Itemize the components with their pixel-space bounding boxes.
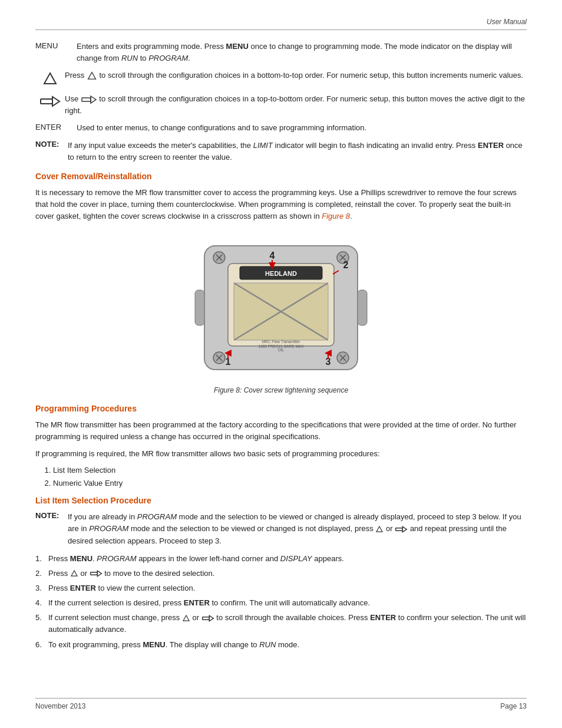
menu-key-row: MENU Enters and exits programming mode. … <box>35 41 527 64</box>
svg-text:HEDLAND: HEDLAND <box>265 270 297 277</box>
step-3-num: 3. <box>35 582 48 594</box>
menu-key-desc: Enters and exits programming mode. Press… <box>77 41 527 64</box>
svg-marker-43 <box>97 571 101 577</box>
enter-key-row: ENTER Used to enter menus, to change con… <box>35 122 527 134</box>
enter-key-label: ENTER <box>35 122 77 131</box>
figure-8-container: HEDLAND <box>35 234 527 394</box>
svg-rect-26 <box>358 290 367 325</box>
figure-8-caption: Figure 8: Cover screw tightening sequenc… <box>214 386 348 394</box>
svg-marker-41 <box>71 571 77 576</box>
programming-heading: Programming Procedures <box>35 404 527 413</box>
svg-marker-38 <box>376 526 382 532</box>
step-1: 1. Press MENU. PROGRAM appears in the lo… <box>35 553 527 565</box>
cover-heading: Cover Removal/Reinstallation <box>35 172 527 181</box>
svg-marker-46 <box>209 615 213 621</box>
menu-key-label: MENU <box>35 41 77 50</box>
list-item-note-label: NOTE: <box>35 511 68 520</box>
right-arrow-desc: Use to scroll through the configuration … <box>65 93 527 116</box>
up-arrow-row: Press to scroll through the configuratio… <box>35 70 527 87</box>
step-4: 4. If the current selection is desired, … <box>35 597 527 609</box>
cover-body: It is necessary to remove the MR flow tr… <box>35 187 527 222</box>
page: User Manual MENU Enters and exits progra… <box>0 0 562 728</box>
header: User Manual <box>35 18 527 30</box>
note-top-label: NOTE: <box>35 140 68 149</box>
svg-marker-40 <box>403 526 407 532</box>
note-top: NOTE: If any input value exceeds the met… <box>35 140 527 163</box>
svg-marker-0 <box>44 73 56 84</box>
step-2-num: 2. <box>35 568 48 579</box>
up-arrow-desc: Press to scroll through the configuratio… <box>65 70 527 81</box>
step-4-num: 4. <box>35 597 48 609</box>
svg-rect-25 <box>195 290 204 325</box>
step-6-num: 6. <box>35 639 48 651</box>
cover-section: Cover Removal/Reinstallation It is neces… <box>35 172 527 394</box>
svg-marker-1 <box>88 72 95 79</box>
svg-rect-42 <box>90 572 97 575</box>
step-3-text: Press ENTER to view the current selectio… <box>48 582 527 594</box>
list-item-note: NOTE: If you are already in PROGRAM mode… <box>35 511 527 546</box>
step-4-text: If the current selection is desired, pre… <box>48 597 527 609</box>
programming-list-item-1: List Item Selection <box>53 465 527 477</box>
step-2-text: Press or to move to the desired selectio… <box>48 568 527 579</box>
right-arrow-icon <box>35 93 65 108</box>
footer: November 2013 Page 13 <box>35 698 527 710</box>
svg-text:2: 2 <box>343 260 349 270</box>
svg-text:OIL: OIL <box>278 348 285 352</box>
programming-list-item-2: Numeric Value Entry <box>53 477 527 490</box>
step-2: 2. Press or to move to the desired selec… <box>35 568 527 579</box>
svg-rect-2 <box>41 99 52 104</box>
programming-list: List Item Selection Numeric Value Entry <box>53 465 527 490</box>
svg-marker-5 <box>91 96 96 103</box>
footer-left: November 2013 <box>35 702 85 710</box>
svg-rect-4 <box>82 98 91 101</box>
svg-marker-3 <box>52 97 59 106</box>
list-item-note-body: If you are already in PROGRAM mode and t… <box>68 511 527 546</box>
figure-8-image: HEDLAND <box>187 234 375 381</box>
svg-text:MRC Flow Transmitter: MRC Flow Transmitter <box>262 340 300 344</box>
svg-text:4: 4 <box>270 251 275 261</box>
list-item-heading: List Item Selection Procedure <box>35 496 527 505</box>
svg-rect-45 <box>202 617 209 620</box>
right-arrow-row: Use to scroll through the configuration … <box>35 93 527 116</box>
enter-key-desc: Used to enter menus, to change configura… <box>77 122 527 134</box>
step-5: 5. If current selection must change, pre… <box>35 612 527 635</box>
programming-section: Programming Procedures The MR flow trans… <box>35 404 527 490</box>
header-title: User Manual <box>487 18 527 26</box>
step-6-text: To exit programming, press MENU. The dis… <box>48 639 527 651</box>
svg-rect-39 <box>396 528 403 531</box>
step-1-num: 1. <box>35 553 48 565</box>
footer-right: Page 13 <box>500 702 527 710</box>
step-5-text: If current selection must change, press … <box>48 612 527 635</box>
step-6: 6. To exit programming, press MENU. The … <box>35 639 527 651</box>
programming-para1: The MR flow transmitter has been program… <box>35 419 527 443</box>
programming-para2: If programming is required, the MR flow … <box>35 448 527 460</box>
step-5-num: 5. <box>35 612 48 635</box>
svg-marker-44 <box>183 615 189 621</box>
up-arrow-icon <box>35 70 65 87</box>
list-item-section: List Item Selection Procedure NOTE: If y… <box>35 496 527 650</box>
step-1-text: Press MENU. PROGRAM appears in the lower… <box>48 553 527 565</box>
step-3: 3. Press ENTER to view the current selec… <box>35 582 527 594</box>
key-table: MENU Enters and exits programming mode. … <box>35 41 527 134</box>
note-top-body: If any input value exceeds the meter's c… <box>68 140 527 163</box>
